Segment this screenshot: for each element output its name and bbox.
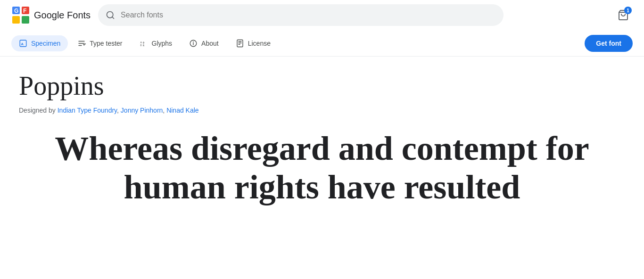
designer-link-itf[interactable]: Indian Type Foundry	[58, 107, 117, 114]
tab-license[interactable]: License	[228, 35, 278, 51]
nav-tabs: A Specimen Type tester A ψ 8 & Glyphs	[0, 30, 644, 57]
tab-about[interactable]: About	[182, 35, 226, 51]
svg-text:A: A	[140, 41, 142, 44]
search-input[interactable]	[121, 11, 496, 19]
designer-link-nk[interactable]: Ninad Kale	[166, 107, 199, 114]
tab-license-label: License	[248, 40, 271, 47]
svg-text:&: &	[142, 44, 144, 47]
search-icon	[106, 10, 115, 20]
tab-type-tester[interactable]: Type tester	[70, 35, 130, 51]
cart-button[interactable]: 1	[614, 6, 633, 25]
svg-rect-18	[237, 40, 243, 47]
svg-line-7	[112, 17, 114, 19]
license-icon	[236, 39, 244, 48]
tab-glyphs[interactable]: A ψ 8 & Glyphs	[132, 35, 180, 51]
header: G F Google Fonts 1	[0, 0, 644, 30]
google-fonts-logo-icon: G F	[11, 6, 30, 25]
type-tester-icon	[77, 39, 86, 48]
svg-text:8: 8	[140, 44, 141, 47]
header-actions: 1	[614, 6, 633, 25]
designed-by-prefix: Designed by	[19, 107, 58, 114]
specimen-icon: A	[19, 39, 27, 48]
designer-link-jp[interactable]: Jonny Pinhorn	[121, 107, 163, 114]
get-font-button[interactable]: Get font	[585, 35, 633, 52]
tab-glyphs-label: Glyphs	[152, 40, 173, 47]
nav-tabs-left: A Specimen Type tester A ψ 8 & Glyphs	[11, 35, 278, 51]
main-content: Poppins Designed by Indian Type Foundry,…	[0, 57, 644, 222]
svg-rect-2	[12, 16, 20, 24]
svg-text:G: G	[14, 8, 18, 14]
tab-specimen[interactable]: A Specimen	[11, 35, 68, 51]
designed-by: Designed by Indian Type Foundry, Jonny P…	[19, 107, 625, 114]
logo-link[interactable]: G F Google Fonts	[11, 6, 91, 25]
specimen-text: Whereas disregard and contempt for human…	[19, 129, 625, 207]
svg-text:A: A	[21, 41, 24, 46]
tab-specimen-label: Specimen	[31, 40, 60, 47]
specimen-line2: human rights have resulted	[19, 168, 625, 207]
svg-text:ψ: ψ	[142, 41, 144, 44]
font-title: Poppins	[19, 72, 625, 101]
search-bar	[98, 4, 504, 26]
tab-about-label: About	[201, 40, 219, 47]
tab-type-tester-label: Type tester	[90, 40, 122, 47]
specimen-line1: Whereas disregard and contempt for	[19, 129, 625, 168]
glyphs-icon: A ψ 8 &	[140, 39, 148, 48]
svg-text:F: F	[23, 8, 26, 14]
about-icon	[189, 39, 198, 48]
logo-text: Google Fonts	[34, 10, 91, 21]
svg-rect-3	[22, 16, 29, 24]
cart-badge: 1	[624, 7, 632, 14]
